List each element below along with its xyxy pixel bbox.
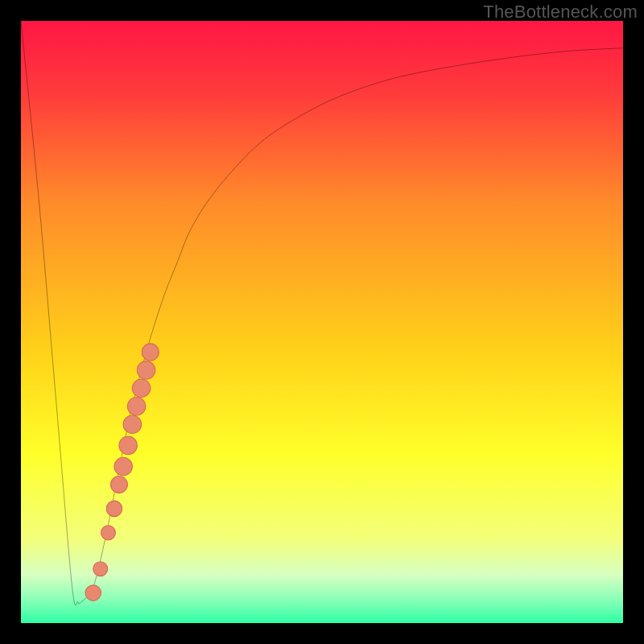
data-marker (137, 361, 155, 379)
bottleneck-curve (21, 21, 623, 605)
data-marker (127, 398, 145, 415)
chart-frame: TheBottleneck.com (0, 0, 644, 644)
data-marker (85, 585, 101, 601)
data-marker (119, 436, 137, 454)
data-marker (142, 344, 159, 361)
data-marker (114, 457, 132, 475)
marker-group (85, 344, 159, 601)
data-marker (101, 526, 115, 540)
data-marker (106, 501, 122, 516)
data-marker (132, 379, 150, 397)
watermark-text: TheBottleneck.com (483, 2, 638, 23)
data-marker (93, 562, 108, 576)
data-marker (110, 476, 127, 493)
data-marker (123, 415, 141, 433)
curve-layer (21, 21, 623, 623)
